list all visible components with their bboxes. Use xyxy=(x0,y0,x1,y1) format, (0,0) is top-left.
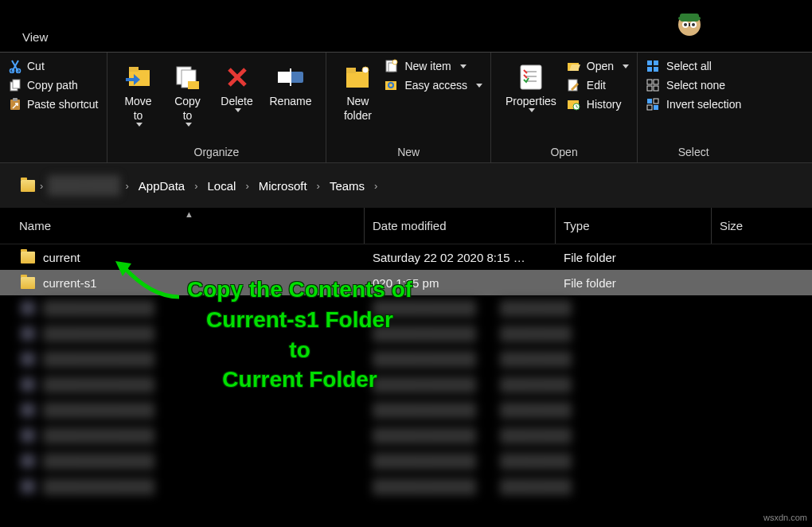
chevron-right-icon: › xyxy=(194,180,197,192)
new-folder-icon xyxy=(342,61,373,94)
svg-point-27 xyxy=(392,60,397,64)
cut-button[interactable]: Cut xyxy=(8,59,99,73)
svg-rect-11 xyxy=(13,80,20,88)
svg-rect-20 xyxy=(278,72,291,83)
file-name: current-s1 xyxy=(43,276,97,290)
select-none-label: Select none xyxy=(666,79,725,92)
svg-point-5 xyxy=(684,23,687,26)
properties-button[interactable]: Properties xyxy=(499,57,563,142)
move-to-icon xyxy=(123,61,154,94)
column-size[interactable]: Size xyxy=(712,208,812,244)
title-bar: View xyxy=(0,0,812,52)
group-select-label: Select xyxy=(646,142,741,160)
new-folder-button[interactable]: New folder xyxy=(334,57,381,142)
breadcrumb-item-microsoft[interactable]: Microsoft xyxy=(254,176,312,196)
copy-to-icon xyxy=(172,61,204,94)
file-date: 020 1:35 pm xyxy=(365,276,556,290)
breadcrumb[interactable]: › user › AppData › Local › Microsoft › T… xyxy=(0,163,812,208)
delete-button[interactable]: Delete xyxy=(214,57,260,142)
easy-access-button[interactable]: Easy access xyxy=(384,78,482,92)
breadcrumb-root-icon xyxy=(21,180,35,192)
column-type[interactable]: Type xyxy=(556,208,712,244)
rename-label: Rename xyxy=(270,94,312,108)
copy-to-button[interactable]: Copy to xyxy=(165,57,211,142)
select-all-button[interactable]: Select all xyxy=(646,59,741,73)
delete-label: Delete xyxy=(221,94,252,108)
group-open-label: Open xyxy=(499,142,629,160)
copy-to-label: Copy to xyxy=(174,94,201,123)
breadcrumb-item-user[interactable]: user xyxy=(48,175,120,196)
svg-rect-42 xyxy=(654,86,658,91)
folder-icon xyxy=(21,277,35,289)
svg-rect-36 xyxy=(654,61,658,65)
new-item-icon xyxy=(384,59,398,73)
svg-rect-43 xyxy=(647,99,652,103)
svg-rect-45 xyxy=(647,105,652,110)
open-button[interactable]: Open xyxy=(566,59,629,73)
breadcrumb-item-teams[interactable]: Teams xyxy=(325,176,369,196)
history-button[interactable]: History xyxy=(566,97,629,111)
easy-access-icon xyxy=(384,78,398,92)
group-organize-label: Organize xyxy=(115,142,318,160)
svg-rect-7 xyxy=(689,23,690,26)
invert-selection-button[interactable]: Invert selection xyxy=(646,97,741,111)
group-new-label: New xyxy=(334,142,482,160)
paste-shortcut-button[interactable]: Paste shortcut xyxy=(8,97,99,111)
edit-button[interactable]: Edit xyxy=(566,78,629,92)
sort-indicator-icon: ▲ xyxy=(185,209,193,219)
properties-icon xyxy=(516,61,546,94)
chevron-right-icon: › xyxy=(374,180,377,192)
chevron-right-icon: › xyxy=(125,180,128,192)
new-item-label: New item xyxy=(404,60,451,72)
svg-rect-23 xyxy=(346,68,356,73)
edit-label: Edit xyxy=(587,79,606,92)
easy-access-label: Easy access xyxy=(404,79,467,92)
new-item-button[interactable]: New item xyxy=(384,59,482,73)
svg-rect-18 xyxy=(188,81,199,89)
column-date[interactable]: Date modified xyxy=(365,208,556,244)
table-row[interactable]: current-s1 020 1:35 pm File folder xyxy=(0,270,812,295)
select-all-icon xyxy=(646,59,660,73)
rename-icon xyxy=(275,61,306,94)
blurred-content: xxxxxxxxxxxxxxxx xxxxxxxxxxxxxxxx xxxxxx… xyxy=(0,295,812,499)
history-label: History xyxy=(587,98,622,111)
delete-icon xyxy=(223,61,252,94)
select-none-icon xyxy=(646,78,660,92)
columns-header: ▲ Name Date modified Type Size xyxy=(0,208,812,244)
chevron-right-icon: › xyxy=(317,180,320,192)
svg-rect-40 xyxy=(654,80,658,84)
select-all-label: Select all xyxy=(666,60,712,72)
ribbon: Cut Copy path Paste shortcut Move to xyxy=(0,52,812,163)
properties-label: Properties xyxy=(506,94,556,108)
table-row[interactable]: current Saturday 22 02 2020 8:15 … File … xyxy=(0,244,812,270)
history-icon xyxy=(566,97,580,111)
svg-rect-41 xyxy=(647,86,652,91)
group-clipboard-spacer xyxy=(8,142,99,160)
file-name: current xyxy=(43,251,80,264)
file-date: Saturday 22 02 2020 8:15 … xyxy=(365,251,556,264)
breadcrumb-item-appdata[interactable]: AppData xyxy=(134,176,189,196)
select-none-button[interactable]: Select none xyxy=(646,78,741,92)
tab-view[interactable]: View xyxy=(22,30,48,44)
mascot-icon xyxy=(670,4,709,42)
breadcrumb-item-local[interactable]: Local xyxy=(203,176,241,196)
paste-shortcut-label: Paste shortcut xyxy=(27,98,99,111)
invert-selection-icon xyxy=(646,97,660,111)
svg-rect-22 xyxy=(346,72,369,88)
folder-icon xyxy=(21,252,35,264)
edit-icon xyxy=(566,78,580,92)
svg-rect-13 xyxy=(13,98,18,101)
move-to-button[interactable]: Move to xyxy=(115,57,162,142)
copy-path-label: Copy path xyxy=(27,79,78,92)
copy-path-button[interactable]: Copy path xyxy=(8,78,99,92)
svg-rect-35 xyxy=(647,61,652,65)
column-name[interactable]: Name xyxy=(0,208,365,244)
svg-rect-44 xyxy=(654,99,658,103)
file-list: current Saturday 22 02 2020 8:15 … File … xyxy=(0,244,812,499)
svg-rect-38 xyxy=(654,67,658,72)
new-folder-label: New folder xyxy=(344,94,372,123)
svg-rect-39 xyxy=(647,80,652,84)
file-type: File folder xyxy=(556,251,712,264)
svg-rect-2 xyxy=(678,17,701,20)
rename-button[interactable]: Rename xyxy=(264,57,318,142)
